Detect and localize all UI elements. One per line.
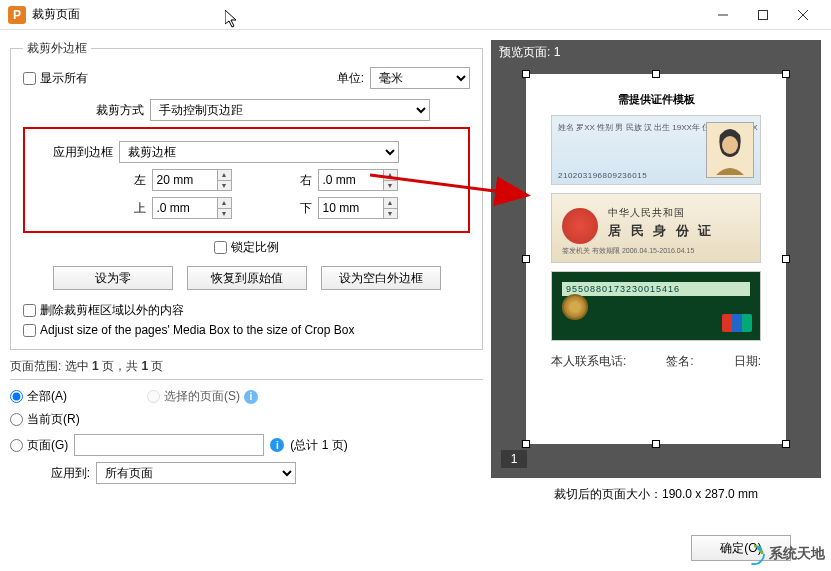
highlighted-region: 应用到边框 裁剪边框 左 ▲▼ 右 (23, 127, 470, 233)
top-margin-label: 上 (96, 200, 146, 217)
spin-up-icon[interactable]: ▲ (383, 170, 397, 181)
divider (10, 379, 483, 380)
page-number-tab[interactable]: 1 (501, 450, 527, 468)
preview-size-label: 裁切后的页面大小：190.0 x 287.0 mm (491, 478, 821, 511)
apply-to-label: 应用到: (10, 465, 90, 482)
left-margin-spin[interactable]: ▲▼ (152, 169, 232, 191)
range-selected-label: 选择的页面(S) (164, 388, 240, 405)
range-all-radio[interactable]: 全部(A) (10, 388, 67, 405)
app-icon: P (8, 6, 26, 24)
range-current-label: 当前页(R) (27, 411, 80, 428)
svg-point-8 (757, 546, 762, 551)
crop-handle[interactable] (782, 70, 790, 78)
bottom-margin-spin[interactable]: ▲▼ (318, 197, 398, 219)
lock-ratio-label: 锁定比例 (231, 239, 279, 256)
preview-header: 预览页面: 1 (491, 40, 821, 64)
set-zero-button[interactable]: 设为零 (53, 266, 173, 290)
svg-point-5 (722, 136, 738, 154)
watermark-logo-icon (743, 543, 765, 565)
range-pages-field[interactable] (74, 434, 264, 456)
title-bar: P 裁剪页面 (0, 0, 831, 30)
adjust-media-checkbox[interactable]: Adjust size of the pages' Media Box to t… (23, 323, 470, 337)
page-thumbnail[interactable]: 需提供证件模板 姓名 罗XX 性别 男 民族 汉 出生 19XX年 住址 XXX… (526, 74, 786, 444)
show-all-label: 显示所有 (40, 70, 88, 87)
remove-outside-label: 删除裁剪框区域以外的内容 (40, 302, 184, 319)
restore-button[interactable]: 恢复到原始值 (187, 266, 307, 290)
range-current-radio[interactable]: 当前页(R) (10, 411, 80, 428)
range-current-input[interactable] (10, 413, 23, 426)
right-margin-label: 右 (262, 172, 312, 189)
range-pages-label: 页面(G) (27, 437, 68, 454)
top-margin-spin[interactable]: ▲▼ (152, 197, 232, 219)
maximize-button[interactable] (743, 0, 783, 30)
apply-to-select[interactable]: 所有页面 (96, 462, 296, 484)
range-selected-input (147, 390, 160, 403)
footer-contact: 本人联系电话: (551, 353, 626, 370)
adjust-media-label: Adjust size of the pages' Media Box to t… (40, 323, 354, 337)
range-pages-input[interactable] (10, 439, 23, 452)
range-pages-radio[interactable]: 页面(G) (10, 437, 68, 454)
crop-handle[interactable] (652, 440, 660, 448)
id-card-back: 中华人民共和国 居 民 身 份 证 签发机关 有效期限 2006.04.15-2… (551, 193, 761, 263)
spin-down-icon[interactable]: ▼ (383, 209, 397, 219)
crop-handle[interactable] (522, 70, 530, 78)
minimize-button[interactable] (703, 0, 743, 30)
lock-ratio-input[interactable] (214, 241, 227, 254)
watermark-text: 系统天地 (769, 545, 825, 563)
unit-select[interactable]: 毫米 (370, 67, 470, 89)
svg-rect-1 (759, 10, 768, 19)
remove-outside-checkbox[interactable]: 删除裁剪框区域以外的内容 (23, 302, 470, 319)
info-icon[interactable]: i (244, 390, 258, 404)
spin-down-icon[interactable]: ▼ (217, 181, 231, 191)
card-line3: 签发机关 有效期限 2006.04.15-2016.04.15 (562, 246, 694, 256)
apply-frame-select[interactable]: 裁剪边框 (119, 141, 399, 163)
chip-icon (562, 294, 588, 320)
left-margin-label: 左 (96, 172, 146, 189)
card-line1: 中华人民共和国 (608, 206, 685, 220)
crop-method-select[interactable]: 手动控制页边距 (150, 99, 430, 121)
outer-margin-group: 裁剪外边框 显示所有 单位: 毫米 裁剪方式 (10, 40, 483, 350)
bank-card: 9550880173230015416 (551, 271, 761, 341)
range-total-label: (总计 1 页) (290, 437, 347, 454)
page-range-title: 页面范围: 选中 1 页，共 1 页 (10, 358, 483, 375)
doc-footer: 本人联系电话: 签名: 日期: (551, 353, 761, 370)
doc-title: 需提供证件模板 (618, 92, 695, 107)
footer-sign: 签名: (666, 353, 693, 370)
unionpay-icon (722, 314, 752, 332)
lock-ratio-checkbox[interactable]: 锁定比例 (214, 239, 279, 256)
outer-margin-legend: 裁剪外边框 (23, 40, 91, 57)
crop-handle[interactable] (782, 440, 790, 448)
card-line2: 居 民 身 份 证 (608, 222, 714, 240)
set-blank-button[interactable]: 设为空白外边框 (321, 266, 441, 290)
crop-handle[interactable] (782, 255, 790, 263)
crop-handle[interactable] (652, 70, 660, 78)
close-button[interactable] (783, 0, 823, 30)
spin-up-icon[interactable]: ▲ (217, 198, 231, 209)
apply-frame-label: 应用到边框 (33, 144, 113, 161)
crop-handle[interactable] (522, 440, 530, 448)
id-portrait (706, 122, 754, 178)
range-all-input[interactable] (10, 390, 23, 403)
emblem-icon (562, 208, 598, 244)
spin-up-icon[interactable]: ▲ (217, 170, 231, 181)
show-all-checkbox[interactable]: 显示所有 (23, 70, 88, 87)
unit-label: 单位: (337, 70, 364, 87)
watermark: 系统天地 (743, 543, 825, 565)
right-margin-spin[interactable]: ▲▼ (318, 169, 398, 191)
spin-down-icon[interactable]: ▼ (383, 181, 397, 191)
info-icon[interactable]: i (270, 438, 284, 452)
id-number: 210203196809236015 (558, 171, 647, 180)
spin-up-icon[interactable]: ▲ (383, 198, 397, 209)
page-range-section: 页面范围: 选中 1 页，共 1 页 全部(A) 选择的页面(S) i 当前页(… (10, 358, 483, 490)
footer-date: 日期: (734, 353, 761, 370)
minimize-icon (718, 10, 728, 20)
close-icon (798, 10, 808, 20)
range-selected-radio[interactable]: 选择的页面(S) i (147, 388, 258, 405)
show-all-input[interactable] (23, 72, 36, 85)
remove-outside-input[interactable] (23, 304, 36, 317)
maximize-icon (758, 10, 768, 20)
preview-body: 需提供证件模板 姓名 罗XX 性别 男 民族 汉 出生 19XX年 住址 XXX… (491, 64, 821, 478)
spin-down-icon[interactable]: ▼ (217, 209, 231, 219)
adjust-media-input[interactable] (23, 324, 36, 337)
crop-handle[interactable] (522, 255, 530, 263)
